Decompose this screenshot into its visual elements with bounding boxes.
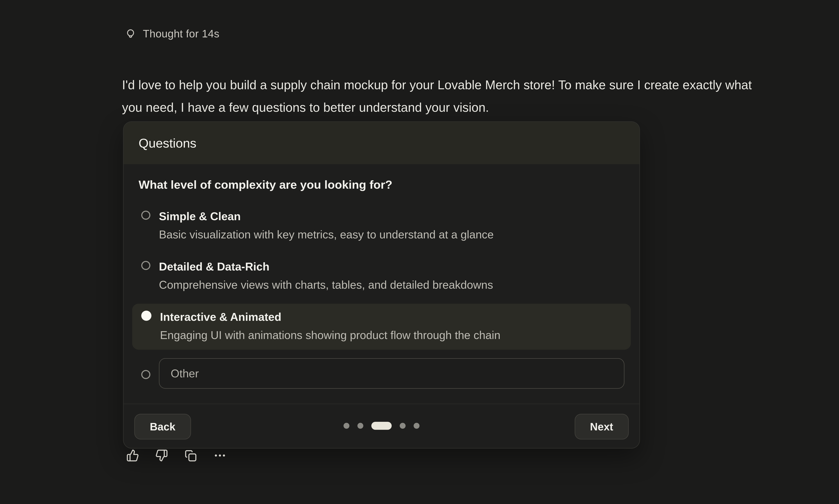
radio-unchecked-icon[interactable] xyxy=(141,261,150,270)
questions-card-header: Questions xyxy=(124,122,640,164)
radio-unchecked-icon[interactable] xyxy=(141,370,150,379)
next-button[interactable]: Next xyxy=(575,414,629,439)
option-simple-clean[interactable]: Simple & Clean Basic visualization with … xyxy=(132,203,631,249)
thought-header[interactable]: Thought for 14s xyxy=(125,28,220,40)
back-button[interactable]: Back xyxy=(134,414,191,439)
option-label: Interactive & Animated xyxy=(160,310,501,325)
radio-unchecked-icon[interactable] xyxy=(141,211,150,220)
thumbs-up-icon xyxy=(126,449,139,462)
option-description: Comprehensive views with charts, tables,… xyxy=(159,277,493,292)
option-description: Basic visualization with key metrics, ea… xyxy=(159,227,494,242)
copy-icon xyxy=(184,449,197,462)
card-title: Questions xyxy=(139,136,196,150)
assistant-message-text: I'd love to help you build a supply chai… xyxy=(122,74,753,119)
questions-card-body: What level of complexity are you looking… xyxy=(124,164,640,393)
step-dot-3-active xyxy=(371,422,392,430)
chat-message-page: Thought for 14s I'd love to help you bui… xyxy=(0,0,839,504)
step-dot-1 xyxy=(344,423,349,429)
question-text: What level of complexity are you looking… xyxy=(139,178,624,192)
copy-button[interactable] xyxy=(184,449,197,462)
message-actions-bar xyxy=(126,449,227,462)
more-options-button[interactable] xyxy=(213,449,227,462)
options-list: Simple & Clean Basic visualization with … xyxy=(139,203,624,393)
thumbs-up-button[interactable] xyxy=(126,449,139,462)
step-dot-2 xyxy=(357,423,363,429)
step-dot-5 xyxy=(414,423,419,429)
radio-checked-icon[interactable] xyxy=(141,311,152,321)
step-dot-4 xyxy=(400,423,405,429)
lightbulb-icon xyxy=(125,28,136,40)
ellipsis-icon xyxy=(213,449,227,462)
pagination-dots xyxy=(344,422,420,430)
thumbs-down-icon xyxy=(155,449,168,462)
thought-duration-label: Thought for 14s xyxy=(143,28,220,40)
option-label: Detailed & Data-Rich xyxy=(159,259,493,274)
option-description: Engaging UI with animations showing prod… xyxy=(160,328,501,343)
other-option-input[interactable] xyxy=(159,358,624,389)
option-detailed-data-rich[interactable]: Detailed & Data-Rich Comprehensive views… xyxy=(132,253,631,300)
option-label: Simple & Clean xyxy=(159,209,494,224)
thumbs-down-button[interactable] xyxy=(155,449,168,462)
card-footer: Back Next xyxy=(124,404,640,448)
option-other[interactable] xyxy=(132,354,631,393)
questions-card: Questions What level of complexity are y… xyxy=(123,121,640,449)
option-interactive-animated[interactable]: Interactive & Animated Engaging UI with … xyxy=(132,304,631,349)
